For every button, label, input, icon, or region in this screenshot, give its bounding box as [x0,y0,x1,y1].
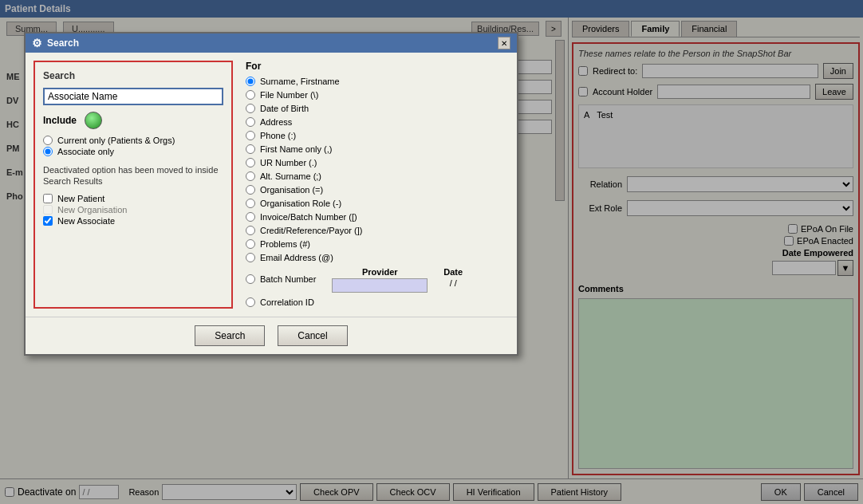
radio-alt-surname-input[interactable] [246,171,255,181]
radio-surname: Surname, Firstname [246,77,509,86]
include-label: Include [43,115,77,126]
provider-date-row: Batch Number Provider Date / / [246,267,509,293]
radio-organisation-input[interactable] [246,185,255,195]
checkbox-new-patient: New Patient [43,194,223,203]
radio-correlation-id: Correlation ID [246,297,509,307]
radio-org-role-label: Organisation Role (-) [260,199,341,208]
radio-organisation: Organisation (=) [246,185,509,195]
radio-credit-label: Credit/Reference/Payor (]) [260,226,362,235]
radio-batch-number: Batch Number [246,267,316,291]
radio-surname-label: Surname, Firstname [260,77,340,86]
date-value: / / [450,278,457,288]
modal-title: Search [47,37,79,49]
radio-ur-number-input[interactable] [246,158,255,167]
for-label: For [246,61,509,72]
radio-phone-label: Phone (:) [260,131,296,140]
provider-col: Provider [332,267,428,293]
radio-first-name-label: First Name only (,) [260,144,332,154]
radio-batch-label: Batch Number [260,274,316,284]
search-radio-options: Current only (Patients & Orgs) Associate… [43,136,223,158]
radio-correlation-id-input[interactable] [246,297,255,307]
radio-surname-input[interactable] [246,77,255,86]
checkbox-new-organisation: New Organisation [43,205,223,215]
search-checkboxes: New Patient New Organisation New Associa… [43,194,223,227]
modal-overlay: ⚙ Search ✕ Search Include Current o [0,0,863,504]
search-section-label: Search [43,70,223,81]
radio-credit-input[interactable] [246,226,255,235]
radio-file-number: File Number (\) [246,90,509,100]
modal-footer: Search Cancel [26,317,517,354]
radio-current-only: Current only (Patients & Orgs) [43,136,223,145]
checkbox-new-associate: New Associate [43,216,223,226]
for-radio-list: Surname, Firstname File Number (\) Date … [246,77,509,264]
radio-invoice-input[interactable] [246,212,255,222]
radio-first-name-input[interactable] [246,144,255,154]
modal-right-section: For Surname, Firstname File Number (\) D… [246,61,509,309]
radio-address: Address [246,117,509,127]
radio-credit: Credit/Reference/Payor (]) [246,226,509,235]
modal-title-bar: ⚙ Search ✕ [26,33,517,53]
green-indicator [85,112,102,129]
search-text-input[interactable] [43,88,223,105]
radio-file-number-input[interactable] [246,90,255,100]
radio-associate-only: Associate only [43,147,223,156]
modal-close-button[interactable]: ✕ [498,37,510,49]
new-patient-label: New Patient [57,194,104,203]
date-col: Date / / [443,267,463,293]
radio-invoice: Invoice/Batch Number ([) [246,212,509,222]
radio-email-input[interactable] [246,253,255,262]
radio-ur-number: UR Number (.) [246,158,509,167]
radio-associate-only-label: Associate only [57,147,114,156]
new-patient-checkbox[interactable] [43,194,53,203]
include-row: Include [43,112,223,129]
radio-current-only-label: Current only (Patients & Orgs) [57,136,175,145]
radio-phone-input[interactable] [246,131,255,140]
new-organisation-checkbox [43,205,53,215]
radio-first-name: First Name only (,) [246,144,509,154]
radio-alt-surname: Alt. Surname (;) [246,171,509,181]
radio-organisation-label: Organisation (=) [260,185,323,195]
modal-left-section: Search Include Current only (Patients & … [33,61,233,309]
modal-title-inner: ⚙ Search [32,37,79,49]
radio-alt-surname-label: Alt. Surname (;) [260,171,321,181]
radio-dob-label: Date of Birth [260,104,309,113]
modal-cancel-button[interactable]: Cancel [278,325,347,346]
radio-org-role-input[interactable] [246,199,255,208]
new-organisation-label: New Organisation [57,205,127,215]
radio-associate-only-input[interactable] [43,147,53,156]
radio-current-only-input[interactable] [43,136,53,145]
radio-email-label: Email Address (@) [260,253,333,262]
radio-email: Email Address (@) [246,253,509,262]
radio-problems-input[interactable] [246,239,255,249]
search-button[interactable]: Search [195,325,265,346]
modal-body: Search Include Current only (Patients & … [26,53,517,317]
radio-dob-input[interactable] [246,104,255,113]
new-associate-checkbox[interactable] [43,216,53,226]
radio-ur-number-label: UR Number (.) [260,158,317,167]
radio-org-role: Organisation Role (-) [246,199,509,208]
provider-header: Provider [362,267,398,277]
radio-address-label: Address [260,117,292,127]
date-header: Date [443,267,463,277]
radio-correlation-id-label: Correlation ID [260,297,314,307]
search-modal: ⚙ Search ✕ Search Include Current o [24,32,518,356]
radio-file-number-label: File Number (\) [260,90,318,100]
provider-input[interactable] [332,278,428,293]
gear-icon: ⚙ [32,37,42,49]
radio-invoice-label: Invoice/Batch Number ([) [260,212,357,222]
radio-address-input[interactable] [246,117,255,127]
radio-problems: Problems (#) [246,239,509,249]
notice-text: Deactivated option has been moved to ins… [43,164,223,187]
radio-batch-input[interactable] [246,274,255,284]
new-associate-label: New Associate [57,216,115,226]
radio-phone: Phone (:) [246,131,509,140]
radio-problems-label: Problems (#) [260,239,310,249]
radio-dob: Date of Birth [246,104,509,113]
